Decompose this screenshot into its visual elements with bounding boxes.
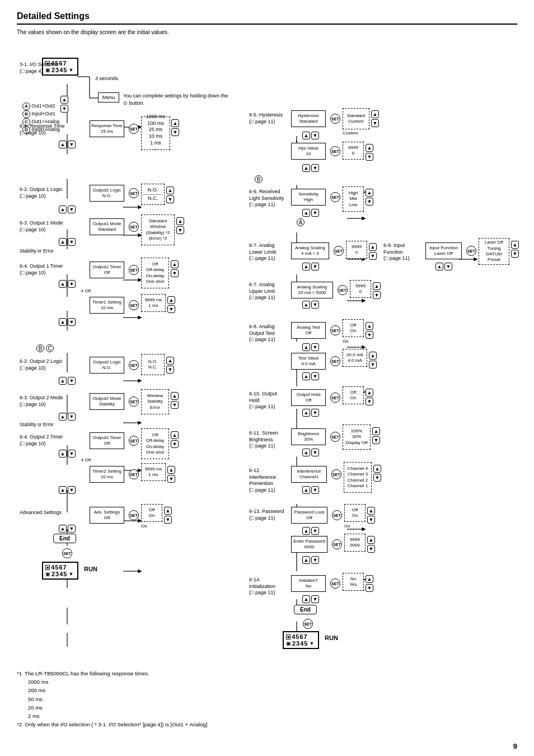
- adv-down[interactable]: ▼: [164, 516, 172, 524]
- oh-nav-down[interactable]: ▼: [311, 409, 319, 417]
- output-hold-set[interactable]: SET: [330, 393, 340, 403]
- adv-nav-up[interactable]: ▲: [59, 525, 67, 533]
- int-up[interactable]: ▲: [373, 465, 381, 473]
- o1l-down[interactable]: ▼: [166, 195, 174, 203]
- analog-upper-set[interactable]: SET: [338, 285, 348, 295]
- sens-nav-down[interactable]: ▼: [311, 209, 319, 217]
- t1-down[interactable]: ▼: [167, 305, 175, 313]
- if-down[interactable]: ▼: [511, 250, 519, 258]
- init-down[interactable]: ▼: [366, 584, 373, 592]
- oh-nav-up[interactable]: ▲: [302, 409, 310, 417]
- hys-down[interactable]: ▼: [371, 119, 379, 127]
- al-up[interactable]: ▲: [369, 243, 377, 251]
- ep-nav-down[interactable]: ▼: [311, 556, 319, 564]
- init-nav-down[interactable]: ▼: [311, 595, 319, 603]
- int-nav-down[interactable]: ▼: [311, 486, 319, 494]
- output2-timer-set[interactable]: SET: [129, 436, 139, 446]
- oh-down[interactable]: ▼: [366, 398, 373, 405]
- if-up[interactable]: ▲: [511, 241, 519, 249]
- ep-down[interactable]: ▼: [367, 545, 375, 553]
- analog-test-set[interactable]: SET: [330, 325, 340, 335]
- sens-down[interactable]: ▼: [366, 198, 373, 206]
- o1l-nav-down[interactable]: ▼: [68, 206, 76, 213]
- io-up-btn[interactable]: ▲: [60, 96, 68, 104]
- brightness-set[interactable]: SET: [330, 432, 340, 442]
- password-set[interactable]: SET: [332, 510, 342, 520]
- test-value-set[interactable]: SET: [330, 356, 340, 366]
- pw-nav-up[interactable]: ▲: [302, 527, 310, 535]
- o2t-nav-up[interactable]: ▲: [59, 450, 67, 458]
- o2m-down[interactable]: ▼: [171, 401, 179, 409]
- t2-up[interactable]: ▲: [167, 466, 175, 474]
- end-set-btn-right[interactable]: SET: [303, 619, 313, 629]
- adv-up[interactable]: ▲: [164, 507, 172, 515]
- hys-nav-down[interactable]: ▼: [311, 132, 319, 139]
- al-nav-up[interactable]: ▲: [302, 263, 310, 270]
- o1m-up[interactable]: ▲: [176, 217, 184, 225]
- adv-settings-set[interactable]: SET: [129, 510, 139, 520]
- t1-up[interactable]: ▲: [167, 296, 175, 304]
- ep-up[interactable]: ▲: [367, 536, 375, 544]
- al-nav-down[interactable]: ▼: [311, 263, 319, 270]
- int-nav-up[interactable]: ▲: [302, 486, 310, 494]
- sensitivity-set[interactable]: SET: [330, 192, 340, 202]
- o1l-nav-up[interactable]: ▲: [59, 206, 67, 213]
- ep-nav-up[interactable]: ▲: [302, 556, 310, 564]
- adv-nav-down[interactable]: ▼: [68, 525, 76, 533]
- if-nav-up[interactable]: ▲: [435, 263, 443, 270]
- o2l-down[interactable]: ▼: [166, 366, 174, 374]
- timer1-set[interactable]: SET: [129, 300, 139, 310]
- hys-value-set[interactable]: SET: [330, 146, 340, 156]
- at-down[interactable]: ▼: [366, 331, 373, 339]
- pw-down[interactable]: ▼: [367, 516, 375, 524]
- init-set[interactable]: SET: [330, 578, 340, 589]
- hysv-down[interactable]: ▼: [366, 153, 373, 161]
- o2l-up[interactable]: ▲: [166, 357, 174, 365]
- o1l-up[interactable]: ▲: [166, 186, 174, 194]
- o1t-nav-up[interactable]: ▲: [59, 280, 67, 288]
- end-set-btn-left[interactable]: SET: [62, 548, 72, 558]
- o1t-down[interactable]: ▼: [171, 269, 179, 277]
- hysv-up[interactable]: ▲: [366, 144, 373, 152]
- init-nav-up[interactable]: ▲: [302, 595, 310, 603]
- hys-nav-up[interactable]: ▲: [302, 132, 310, 139]
- pw-up[interactable]: ▲: [367, 507, 375, 515]
- init-up[interactable]: ▲: [366, 575, 373, 583]
- interference-set[interactable]: SET: [331, 469, 341, 479]
- au-nav-up[interactable]: ▲: [302, 301, 310, 309]
- resp-down-btn[interactable]: ▼: [171, 128, 179, 136]
- resp-up-btn[interactable]: ▲: [171, 119, 179, 127]
- hysv-nav-down[interactable]: ▼: [311, 164, 319, 172]
- sens-nav-up[interactable]: ▲: [302, 209, 310, 217]
- hysteresis-set[interactable]: SET: [330, 114, 340, 124]
- o2t-up[interactable]: ▲: [171, 431, 179, 439]
- o2t-nav-down[interactable]: ▼: [68, 450, 76, 458]
- br-nav-down[interactable]: ▼: [311, 449, 319, 456]
- sens-up[interactable]: ▲: [366, 189, 373, 197]
- o2l-nav-up[interactable]: ▲: [59, 377, 67, 385]
- enter-password-set[interactable]: SET: [332, 539, 342, 549]
- o2m-nav-down[interactable]: ▼: [68, 413, 76, 421]
- au-nav-down[interactable]: ▼: [311, 301, 319, 309]
- au-up[interactable]: ▲: [373, 282, 381, 290]
- at-up[interactable]: ▲: [366, 322, 373, 330]
- t2-nav-up[interactable]: ▲: [59, 486, 67, 494]
- tv-down[interactable]: ▼: [369, 361, 377, 368]
- at-nav-up[interactable]: ▲: [302, 343, 310, 351]
- input-function-set[interactable]: SET: [466, 246, 476, 256]
- pw-nav-down[interactable]: ▼: [311, 527, 319, 535]
- hys-up[interactable]: ▲: [371, 110, 379, 118]
- o1t-nav-down[interactable]: ▼: [68, 280, 76, 288]
- tv-up[interactable]: ▲: [369, 352, 377, 360]
- o1m-nav-up[interactable]: ▲: [59, 238, 67, 246]
- br-up[interactable]: ▲: [372, 427, 380, 435]
- timer2-set[interactable]: SET: [129, 469, 139, 479]
- o2l-nav-down[interactable]: ▼: [68, 377, 76, 385]
- br-nav-up[interactable]: ▲: [302, 449, 310, 456]
- al-down[interactable]: ▼: [369, 252, 377, 260]
- t2-down[interactable]: ▼: [167, 475, 175, 483]
- o1m-nav-down[interactable]: ▼: [68, 238, 76, 246]
- hysv-nav-up[interactable]: ▲: [302, 164, 310, 172]
- if-nav-down[interactable]: ▼: [444, 263, 452, 270]
- output1-timer-set[interactable]: SET: [129, 265, 139, 275]
